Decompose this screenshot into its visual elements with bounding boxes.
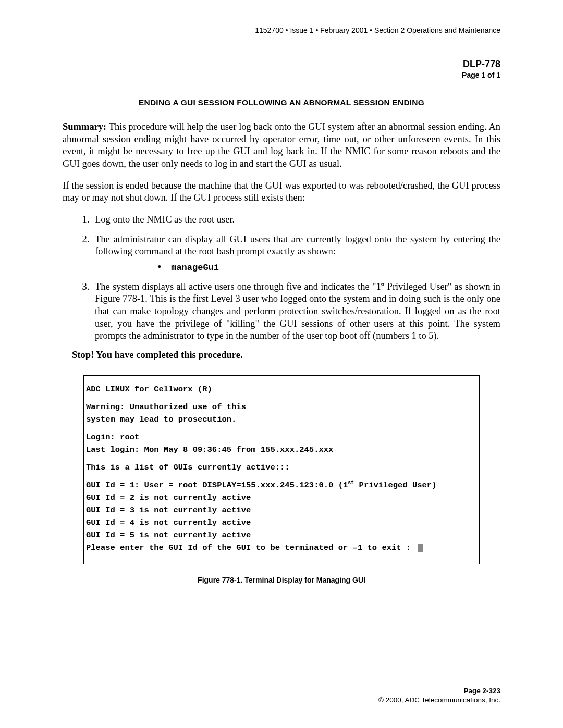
page-footer: Page 2-323 © 2000, ADC Telecommunication…	[378, 686, 500, 705]
step-3-text-a: The system displays all active users one…	[95, 281, 381, 292]
figure-caption: Figure 778-1. Terminal Display for Manag…	[63, 576, 500, 584]
terminal-text: Privileged User)	[354, 480, 436, 490]
command-row: • manageGui	[157, 261, 500, 274]
document-title: ENDING A GUI SESSION FOLLOWING AN ABNORM…	[63, 98, 500, 107]
summary-paragraph: Summary: This procedure will help the us…	[63, 121, 500, 170]
terminal-line: GUI Id = 5 is not currently active	[86, 529, 473, 541]
terminal-line: GUI Id = 2 is not currently active	[86, 491, 473, 504]
terminal-line: This is a list of GUIs currently active:…	[86, 461, 473, 474]
terminal-line: Warning: Unauthorized use of this	[86, 401, 473, 413]
terminal-text: GUI Id = 1: User = root DISPLAY=155.xxx.…	[86, 480, 348, 490]
running-header: 1152700 • Issue 1 • February 2001 • Sect…	[63, 26, 500, 34]
dlp-code: DLP-778	[63, 59, 500, 70]
terminal-line: ADC LINUX for Cellworx (R)	[86, 383, 473, 396]
terminal-sup: st	[348, 480, 354, 486]
terminal-prompt: Please enter the GUI Id of the GUI to be…	[86, 543, 416, 552]
summary-label: Summary:	[63, 121, 106, 132]
terminal-line: GUI Id = 1: User = root DISPLAY=155.xxx.…	[86, 479, 473, 491]
terminal-line: Last login: Mon May 8 09:36:45 from 155.…	[86, 443, 473, 456]
page: 1152700 • Issue 1 • February 2001 • Sect…	[0, 0, 563, 728]
terminal-line: Login: root	[86, 431, 473, 443]
step-2-text: The administrator can display all GUI us…	[95, 234, 500, 257]
footer-page-number: Page 2-323	[378, 686, 500, 696]
footer-copyright: © 2000, ADC Telecommunications, Inc.	[378, 696, 500, 705]
terminal-line: system may lead to prosecution.	[86, 413, 473, 426]
terminal-output: ADC LINUX for Cellworx (R) Warning: Unau…	[83, 375, 480, 564]
step-1: Log onto the NMIC as the root user.	[92, 214, 500, 226]
header-rule	[63, 38, 500, 38]
summary-text: This procedure will help the user log ba…	[63, 121, 500, 169]
terminal-line: Please enter the GUI Id of the GUI to be…	[86, 541, 473, 554]
command-text: manageGui	[171, 263, 219, 273]
terminal-line: GUI Id = 4 is not currently active	[86, 516, 473, 529]
dlp-page-indicator: Page 1 of 1	[63, 71, 500, 79]
procedure-steps: Log onto the NMIC as the root user. The …	[63, 214, 500, 342]
stop-line: Stop! You have completed this procedure.	[72, 350, 500, 361]
intro-paragraph-2: If the session is ended because the mach…	[63, 180, 500, 204]
step-2: The administrator can display all GUI us…	[92, 233, 500, 274]
dlp-block: DLP-778 Page 1 of 1	[63, 59, 500, 79]
cursor-icon	[418, 544, 423, 552]
step-3: The system displays all active users one…	[92, 281, 500, 342]
terminal-line: GUI Id = 3 is not currently active	[86, 504, 473, 516]
